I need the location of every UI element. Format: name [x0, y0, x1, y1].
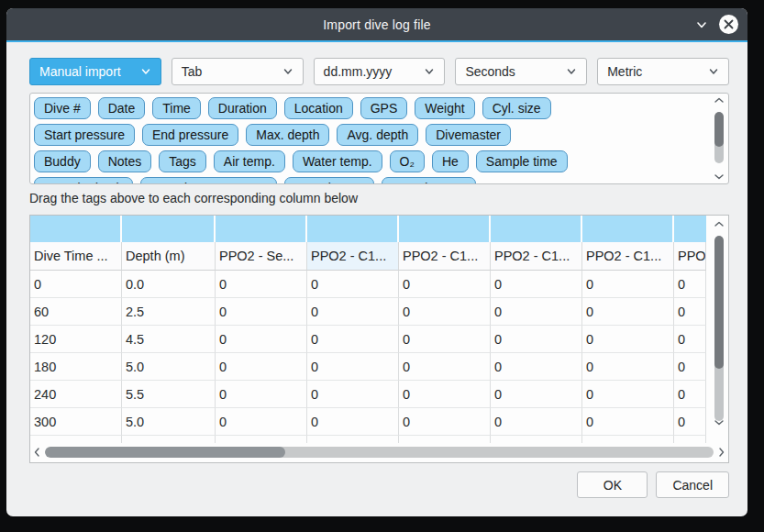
column-header-ppo2-se-2[interactable]: PPO2 - Se... [216, 242, 307, 271]
table-cell: 0 [491, 326, 582, 353]
column-header-depth-m-1[interactable]: Depth (m) [122, 242, 216, 271]
table-cell: 0 [216, 271, 307, 298]
tag-water-temp[interactable]: Water temp. [293, 150, 382, 172]
column-header-ppo2-c1-4[interactable]: PPO2 - C1... [399, 242, 491, 271]
table-cell: 0 [582, 381, 674, 408]
import-mode-select[interactable]: Manual import [29, 58, 161, 85]
tag-start-pressure[interactable]: Start pressure [34, 124, 135, 146]
column-header-ppo2-c1-5[interactable]: PPO2 - C1... [491, 242, 582, 271]
import-dialog-window: Import dive log file Manual import Tab d… [6, 8, 747, 516]
tag-time[interactable]: Time [152, 97, 201, 119]
tag-gps[interactable]: GPS [360, 97, 408, 119]
table-cell: 0 [491, 353, 582, 381]
dialog-button-row: OK Cancel [29, 471, 729, 498]
tag-sample-po[interactable]: Sample pO₂ [284, 177, 373, 184]
ok-button[interactable]: OK [577, 471, 648, 498]
tag-sample-depth[interactable]: Sample depth [34, 177, 133, 184]
tag-max-depth[interactable]: Max. depth [246, 124, 329, 146]
drop-cell[interactable] [307, 216, 399, 242]
chevron-up-icon[interactable] [712, 96, 726, 105]
tag-sample-time[interactable]: Sample time [476, 150, 568, 172]
table-cell: 0 [582, 408, 674, 436]
column-header-ppo2-c1-3[interactable]: PPO2 - C1... [307, 242, 399, 271]
chevron-down-icon[interactable] [712, 418, 726, 427]
table-cell: 0 [674, 353, 706, 381]
scrollbar-thumb[interactable] [714, 236, 724, 369]
drop-cell[interactable] [674, 216, 706, 242]
table-row: 2405.5000000 [30, 381, 706, 408]
tag-end-pressure[interactable]: End pressure [142, 124, 238, 146]
chevron-right-icon[interactable] [717, 447, 725, 458]
drop-cell[interactable] [30, 216, 122, 242]
cancel-button[interactable]: Cancel [656, 471, 729, 498]
drop-cell[interactable] [216, 216, 307, 242]
column-header-ppo2-7[interactable]: PPO2 [674, 242, 706, 271]
table-cell: 0 [399, 408, 491, 436]
tag-date[interactable]: Date [98, 97, 146, 119]
tag-he[interactable]: He [432, 150, 469, 172]
tag-cyl-size[interactable]: Cyl. size [482, 97, 551, 119]
scrollbar-track[interactable] [714, 236, 724, 421]
chevron-down-icon[interactable] [712, 172, 726, 181]
table-cell: 0 [674, 381, 706, 408]
tag-air-temp[interactable]: Air temp. [214, 150, 285, 172]
drop-cell[interactable] [399, 216, 491, 242]
drop-cell[interactable] [491, 216, 582, 242]
tag-o[interactable]: O₂ [390, 150, 425, 172]
tag-weight[interactable]: Weight [415, 97, 474, 119]
tag-sample-temperature[interactable]: Sample temperature [140, 177, 277, 184]
close-icon [724, 19, 734, 29]
scrollbar-thumb[interactable] [45, 447, 285, 458]
drop-cell[interactable] [582, 216, 674, 242]
tag-sample-cns[interactable]: Sample CNS [382, 177, 476, 184]
table-horizontal-scrollbar[interactable] [33, 445, 725, 460]
table-cell [399, 436, 491, 443]
chevron-left-icon[interactable] [33, 447, 41, 458]
table-cell: 2.5 [122, 298, 216, 326]
table-cell: 0 [491, 271, 582, 298]
table-cell: 120 [30, 326, 122, 353]
duration-format-select[interactable]: Seconds [455, 58, 587, 85]
table-cell: 0 [674, 408, 706, 436]
tag-row: BuddyNotesTagsAir temp.Water temp.O₂HeSa… [34, 150, 706, 172]
table-header-row: Dive Time ...Depth (m)PPO2 - Se...PPO2 -… [30, 242, 706, 271]
import-options-row: Manual import Tab dd.mm.yyyy Seconds Met… [29, 58, 729, 85]
chevron-up-icon[interactable] [712, 220, 726, 228]
column-header-dive-time-0[interactable]: Dive Time ... [30, 242, 122, 271]
tag-duration[interactable]: Duration [208, 97, 277, 119]
table-row: 602.5000000 [30, 298, 706, 326]
scrollbar-thumb[interactable] [714, 112, 724, 147]
table-cell: 0 [582, 326, 674, 353]
tag-avg-depth[interactable]: Avg. depth [337, 124, 418, 146]
tag-buddy[interactable]: Buddy [34, 150, 91, 172]
table-cell: 0 [582, 353, 674, 381]
tag-row: Start pressureEnd pressureMax. depthAvg.… [34, 124, 706, 146]
tag-tags[interactable]: Tags [159, 150, 206, 172]
column-header-ppo2-c1-6[interactable]: PPO2 - C1... [582, 242, 674, 271]
table-cell: 0 [216, 353, 307, 381]
field-separator-select[interactable]: Tab [172, 58, 304, 85]
tag-row: Sample depthSample temperatureSample pO₂… [34, 177, 706, 184]
duration-format-value: Seconds [465, 64, 515, 79]
tag-notes[interactable]: Notes [98, 150, 152, 172]
scrollbar-track[interactable] [45, 447, 714, 458]
table-cell [122, 436, 216, 443]
table-cell: 0 [30, 271, 122, 298]
tag-location[interactable]: Location [284, 97, 353, 119]
table-cell: 0 [307, 381, 399, 408]
minimize-chevron-down-icon[interactable] [694, 17, 709, 32]
scrollbar-track[interactable] [714, 112, 724, 163]
table-cell: 0 [307, 408, 399, 436]
date-format-select[interactable]: dd.mm.yyyy [314, 58, 446, 85]
table-cell: 300 [30, 408, 122, 436]
table-cell: 60 [30, 298, 122, 326]
tag-pool-scrollbar[interactable] [712, 94, 726, 183]
close-button[interactable] [719, 15, 738, 34]
table-cell: 0 [307, 271, 399, 298]
tag-dive[interactable]: Dive # [34, 97, 91, 119]
table-cell [674, 436, 706, 443]
units-select[interactable]: Metric [597, 58, 729, 85]
drop-cell[interactable] [122, 216, 216, 242]
tag-divemaster[interactable]: Divemaster [426, 124, 511, 146]
table-vertical-scrollbar[interactable] [712, 217, 726, 438]
